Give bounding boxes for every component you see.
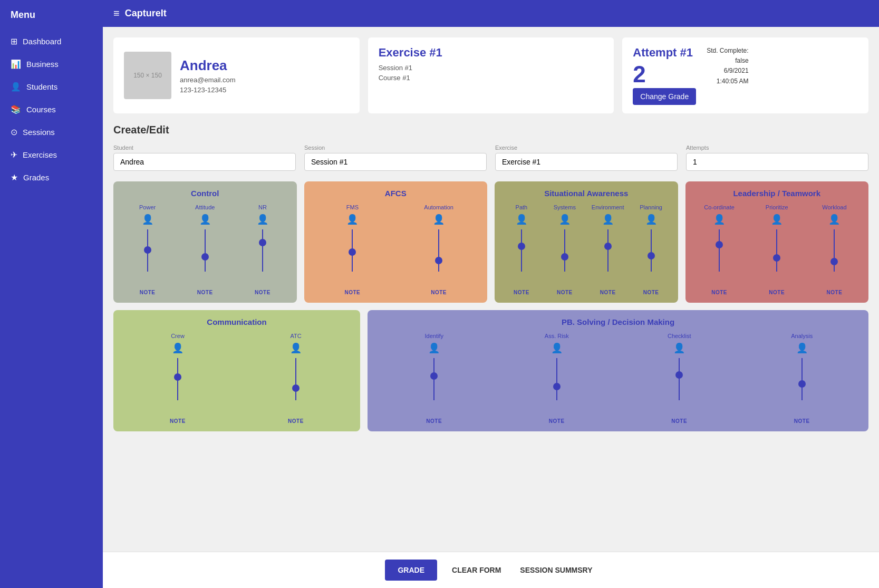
person-icon: 👤: [771, 214, 783, 225]
person-icon: 👤: [645, 214, 657, 225]
skill-column: Environment 👤 NOTE: [586, 204, 630, 295]
exercises-icon: ✈: [11, 150, 17, 160]
sidebar-item-grades[interactable]: ★ Grades: [0, 166, 103, 189]
attempt-card: Attempt #1 2 Change Grade Std. Complete:…: [622, 37, 868, 113]
grade-button[interactable]: GRADE: [385, 560, 437, 581]
slider-container[interactable]: [310, 229, 396, 282]
slider-container[interactable]: [748, 229, 806, 282]
attempts-dropdown-label: Attempts: [686, 144, 868, 151]
session-dropdown-label: Session: [304, 144, 487, 151]
slider-container[interactable]: [741, 358, 864, 411]
slider-track: [719, 229, 720, 272]
skill-col-label: NR: [258, 204, 267, 210]
skill-columns: Crew 👤 NOTE ATC 👤 NOTE: [119, 333, 355, 424]
skill-column: Automation 👤 NOTE: [395, 204, 482, 295]
grades-icon: ★: [11, 172, 18, 182]
attempts-dropdown-group: Attempts 1: [686, 144, 868, 171]
students-icon: 👤: [11, 82, 21, 92]
slider-container[interactable]: [806, 229, 863, 282]
slider-container[interactable]: [586, 229, 630, 282]
person-icon: 👤: [257, 214, 268, 225]
attempts-select[interactable]: 1: [686, 153, 868, 171]
skill-note: NOTE: [288, 414, 304, 424]
skill-column: Identify 👤 NOTE: [373, 333, 496, 424]
section-title: Create/Edit: [113, 124, 868, 136]
slider-container[interactable]: [500, 229, 543, 282]
menu-hamburger-icon[interactable]: ≡: [113, 7, 120, 20]
sidebar-item-exercises[interactable]: ✈ Exercises: [0, 143, 103, 166]
skill-col-label: Systems: [554, 204, 576, 210]
skill-col-label: Analysis: [791, 333, 813, 339]
skill-column: Prioritize 👤 NOTE: [748, 204, 806, 295]
sidebar-item-dashboard[interactable]: ⊞ Dashboard: [0, 30, 103, 53]
person-icon: 👤: [602, 214, 614, 225]
skill-note: NOTE: [255, 285, 271, 295]
slider-container[interactable]: [630, 229, 673, 282]
slider-track: [679, 358, 680, 400]
skill-col-label: ATC: [290, 333, 301, 339]
menu-title: Menu: [0, 0, 103, 30]
slider-track: [564, 229, 565, 272]
attempt-grade: 2: [633, 63, 696, 86]
slider-container[interactable]: [234, 229, 291, 282]
slider-container[interactable]: [237, 358, 355, 411]
footer-bar: GRADE CLEAR FORM SESSION SUMMSRY: [103, 552, 879, 588]
skill-col-label: Crew: [171, 333, 185, 339]
skill-card-title: Leadership / Teamwork: [691, 189, 864, 198]
slider-dot: [430, 372, 438, 380]
slider-container[interactable]: [176, 229, 234, 282]
skill-note: NOTE: [794, 414, 810, 424]
session-summary-button[interactable]: SESSION SUMMSRY: [516, 560, 596, 581]
skill-column: ATC 👤 NOTE: [237, 333, 355, 424]
skill-column: Workload 👤 NOTE: [806, 204, 863, 295]
sidebar-item-business[interactable]: 📊 Business: [0, 53, 103, 75]
slider-container[interactable]: [543, 229, 586, 282]
sidebar-item-label: Students: [26, 82, 57, 91]
slider-dot: [553, 383, 561, 390]
avatar-placeholder-text: 150 × 150: [133, 72, 162, 79]
slider-dot: [292, 384, 300, 392]
skills-grid-top: Control Power 👤 NOTE Attitude 👤: [113, 181, 868, 303]
session-select[interactable]: Session #1: [304, 153, 487, 171]
sidebar-item-courses[interactable]: 📚 Courses: [0, 98, 103, 121]
dashboard-icon: ⊞: [11, 36, 17, 46]
slider-container[interactable]: [373, 358, 496, 411]
slider-container[interactable]: [119, 358, 237, 411]
slider-dot: [716, 241, 723, 248]
attempt-date: 6/9/2021: [707, 66, 748, 76]
slider-dot: [435, 257, 442, 264]
person-icon: 👤: [142, 214, 153, 225]
sessions-icon: ⊙: [11, 127, 17, 137]
slider-container[interactable]: [691, 229, 748, 282]
slider-container[interactable]: [618, 358, 741, 411]
main-content: ≡ CaptureIt 150 × 150 Andrea anrea@email…: [103, 0, 879, 588]
skill-note: NOTE: [431, 285, 447, 295]
skill-column: Power 👤 NOTE: [119, 204, 176, 295]
slider-dot: [201, 253, 209, 261]
student-select[interactable]: Andrea: [113, 153, 296, 171]
slider-dot: [798, 380, 806, 388]
skill-columns: Co-ordinate 👤 NOTE Prioritize 👤 NOTE: [691, 204, 864, 295]
slider-track: [801, 358, 803, 400]
exercise-dropdown-group: Exercise Exercise #1: [495, 144, 678, 171]
skill-columns: FMS 👤 NOTE Automation 👤 NOTE: [310, 204, 482, 295]
slider-container[interactable]: [119, 229, 176, 282]
slider-container[interactable]: [395, 229, 482, 282]
sidebar-item-sessions[interactable]: ⊙ Sessions: [0, 121, 103, 143]
slider-container[interactable]: [496, 358, 619, 411]
sidebar-item-students[interactable]: 👤 Students: [0, 75, 103, 98]
skill-column: Analysis 👤 NOTE: [741, 333, 864, 424]
student-dropdown-group: Student Andrea: [113, 144, 296, 171]
skill-note: NOTE: [549, 414, 565, 424]
person-icon: 👤: [172, 342, 183, 354]
skill-col-label: Environment: [592, 204, 624, 210]
skill-col-label: Prioritize: [766, 204, 788, 210]
person-icon: 👤: [290, 342, 302, 354]
exercise-select[interactable]: Exercise #1: [495, 153, 678, 171]
change-grade-button[interactable]: Change Grade: [633, 88, 696, 105]
slider-track: [352, 229, 353, 272]
skill-note: NOTE: [827, 285, 843, 295]
clear-form-button[interactable]: CLEAR FORM: [448, 560, 505, 581]
slider-dot: [773, 254, 780, 262]
person-icon: 👤: [516, 214, 527, 225]
